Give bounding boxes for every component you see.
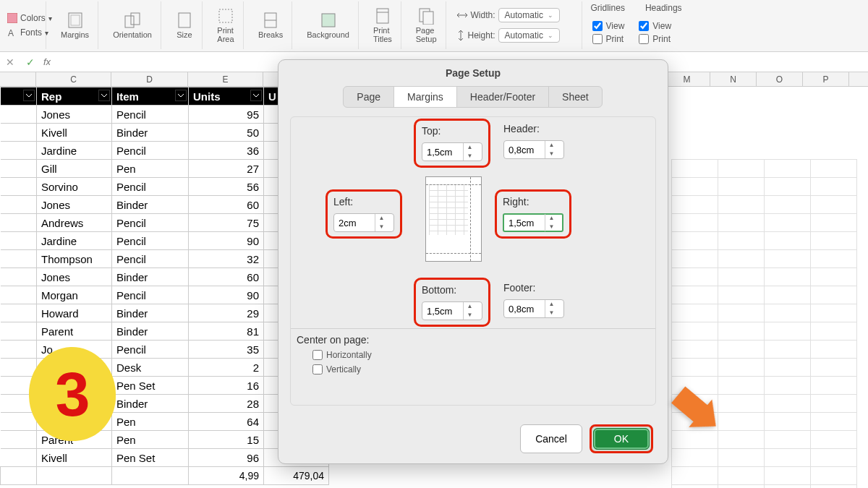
top-input[interactable] — [422, 147, 463, 158]
table-row[interactable]: 4,99 479,04 — [1, 467, 329, 485]
tab-page[interactable]: Page — [343, 86, 394, 108]
breaks-button[interactable]: Breaks — [254, 10, 287, 40]
cell-units[interactable]: 60 — [189, 196, 264, 214]
cell-units[interactable]: 28 — [189, 395, 264, 413]
cancel-formula-icon[interactable]: ✕ — [3, 56, 17, 68]
cell-rep[interactable]: Jones — [37, 268, 112, 286]
cell-units[interactable]: 36 — [189, 142, 264, 160]
bottom-input[interactable] — [422, 306, 463, 317]
filter-button[interactable] — [23, 90, 35, 101]
cell-rep[interactable]: Jones — [37, 106, 112, 124]
filter-button[interactable] — [98, 90, 110, 101]
cell-rep[interactable]: Morgan — [37, 286, 112, 304]
cell-item[interactable]: Desk — [112, 359, 189, 377]
cell-rep[interactable]: Kivell — [37, 449, 112, 467]
spin-up-icon[interactable]: ▲ — [545, 141, 558, 150]
col-header-m[interactable]: M — [664, 72, 710, 86]
headings-print-checkbox[interactable] — [639, 34, 649, 44]
cell-item[interactable]: Pencil — [112, 286, 189, 304]
cell-item[interactable]: Pen Set — [112, 449, 189, 467]
cell-item[interactable]: Pen — [112, 431, 189, 449]
cell-units[interactable]: 81 — [189, 322, 264, 341]
cell-units[interactable]: 27 — [189, 160, 264, 178]
cell-units[interactable]: 95 — [189, 106, 264, 124]
cell-units[interactable]: 15 — [189, 431, 264, 449]
cell-units[interactable]: 50 — [189, 124, 264, 142]
tab-header-footer[interactable]: Header/Footer — [456, 86, 549, 108]
cell-rep[interactable]: Jardine — [37, 232, 112, 250]
tab-sheet[interactable]: Sheet — [548, 86, 603, 108]
cell-item[interactable]: Pen — [112, 160, 189, 178]
cell-rep[interactable]: Howard — [37, 304, 112, 322]
cell-rep[interactable]: Thompson — [37, 250, 112, 268]
col-header-n[interactable]: N — [710, 72, 757, 86]
cell-item[interactable]: Binder — [112, 395, 189, 413]
fx-label[interactable]: fx — [43, 56, 51, 67]
col-header-e[interactable]: E — [188, 72, 263, 86]
width-dropdown[interactable]: Automatic⌄ — [498, 8, 560, 22]
cell-units[interactable]: 90 — [189, 286, 264, 304]
col-header-c[interactable]: C — [36, 72, 111, 86]
cell-value[interactable]: 4,99 — [189, 467, 264, 485]
print-titles-button[interactable]: Print Titles — [369, 6, 396, 45]
spin-up-icon[interactable]: ▲ — [545, 300, 558, 309]
cell-rep[interactable]: Parent — [37, 322, 112, 341]
cell-units[interactable]: 35 — [189, 341, 264, 359]
cell-units[interactable]: 16 — [189, 377, 264, 395]
cell-value[interactable]: 479,04 — [264, 467, 329, 485]
margins-button[interactable]: Margins — [56, 10, 93, 40]
right-input[interactable] — [504, 218, 545, 228]
col-header-o[interactable]: O — [757, 72, 803, 86]
colors-menu[interactable]: Colors ▾ — [7, 13, 52, 23]
ok-button[interactable]: OK — [593, 428, 650, 450]
background-button[interactable]: Background — [302, 10, 354, 40]
spin-up-icon[interactable]: ▲ — [464, 143, 476, 152]
height-dropdown[interactable]: Automatic⌄ — [498, 28, 560, 43]
gridlines-print-checkbox[interactable] — [592, 34, 603, 44]
spin-up-icon[interactable]: ▲ — [545, 214, 558, 223]
cell-rep[interactable]: Andrews — [37, 214, 112, 232]
cell-item[interactable]: Binder — [112, 268, 189, 286]
cell-units[interactable]: 56 — [189, 178, 264, 196]
cell-item[interactable]: Pencil — [112, 214, 189, 232]
col-header-p[interactable]: P — [803, 72, 849, 86]
spin-down-icon[interactable]: ▼ — [464, 311, 476, 320]
col-header-d[interactable]: D — [111, 72, 188, 86]
cell-rep[interactable]: Sorvino — [37, 178, 112, 196]
cell-units[interactable]: 96 — [189, 449, 264, 467]
spin-down-icon[interactable]: ▼ — [375, 223, 388, 231]
filter-button[interactable] — [250, 90, 262, 101]
filter-button[interactable] — [175, 90, 187, 101]
cell-units[interactable]: 29 — [189, 304, 264, 322]
spin-up-icon[interactable]: ▲ — [464, 302, 476, 311]
orientation-button[interactable]: Orientation — [109, 10, 156, 40]
cell-item[interactable]: Binder — [112, 196, 189, 214]
cell-units[interactable]: 75 — [189, 214, 264, 232]
spin-down-icon[interactable]: ▼ — [545, 150, 558, 158]
cell-item[interactable]: Pencil — [112, 250, 189, 268]
header-input[interactable] — [504, 145, 545, 155]
cell-rep[interactable]: Kivell — [37, 124, 112, 142]
cell-units[interactable]: 90 — [189, 232, 264, 250]
cell-item[interactable]: Pen Set — [112, 377, 189, 395]
cell-item[interactable]: Pencil — [112, 106, 189, 124]
cell-item[interactable]: Pencil — [112, 232, 189, 250]
cell-rep[interactable]: Gill — [37, 160, 112, 178]
fonts-menu[interactable]: A Fonts ▾ — [7, 27, 48, 38]
cell-units[interactable]: 60 — [189, 268, 264, 286]
gridlines-view-checkbox[interactable] — [592, 21, 603, 31]
cell-item[interactable]: Pencil — [112, 341, 189, 359]
cell-item[interactable]: Binder — [112, 322, 189, 341]
col-header-blank[interactable] — [0, 72, 36, 86]
cell-item[interactable]: Binder — [112, 124, 189, 142]
spin-up-icon[interactable]: ▲ — [375, 214, 388, 223]
cell-item[interactable]: Pencil — [112, 178, 189, 196]
headings-view-checkbox[interactable] — [639, 21, 649, 31]
spin-down-icon[interactable]: ▼ — [545, 223, 558, 231]
spin-down-icon[interactable]: ▼ — [464, 152, 476, 160]
cell-item[interactable]: Pen — [112, 413, 189, 431]
size-button[interactable]: Size — [171, 10, 197, 40]
cell-item[interactable]: Binder — [112, 304, 189, 322]
cell-item[interactable]: Pencil — [112, 142, 189, 160]
cell-rep[interactable]: Jones — [37, 196, 112, 214]
